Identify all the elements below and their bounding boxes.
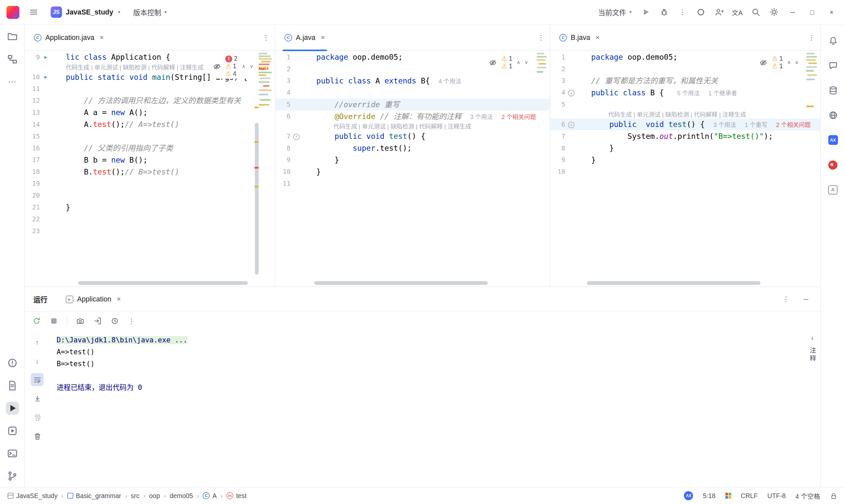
globe-plugin-icon[interactable] — [827, 109, 839, 122]
code-line[interactable]: 21} — [25, 201, 275, 213]
vertical-scrollbar[interactable] — [255, 123, 259, 274]
breadcrumb-item[interactable]: src — [131, 492, 139, 499]
intellij-idea-logo[interactable] — [6, 6, 19, 18]
horizontal-scrollbar[interactable] — [587, 281, 760, 285]
maximize-button[interactable]: □ — [804, 4, 820, 20]
console-line[interactable] — [56, 370, 798, 382]
ai-plugin-badge-icon[interactable]: AX — [827, 133, 839, 146]
minimap[interactable] — [805, 52, 818, 108]
hide-inspections-icon[interactable] — [759, 58, 768, 66]
editor-tab-b[interactable]: C B.java × — [556, 24, 603, 50]
warning-stripe-mark[interactable] — [254, 141, 259, 143]
code-line[interactable]: 4 — [275, 87, 550, 98]
line-col-indicator[interactable]: 5:18 — [703, 492, 715, 499]
inspections-widget[interactable]: ⚠1⚠1 ∧ ∨ — [756, 54, 802, 71]
line-number[interactable]: 12 — [25, 95, 40, 107]
soft-wrap-icon[interactable] — [31, 373, 43, 386]
services-tool-icon[interactable] — [6, 425, 18, 437]
translate-panel-icon[interactable]: A — [827, 183, 839, 196]
breadcrumb-item[interactable]: oop — [149, 492, 160, 499]
line-number[interactable]: 22 — [25, 213, 40, 225]
database-icon[interactable] — [827, 84, 839, 97]
debug-button[interactable] — [656, 5, 672, 20]
next-problem-icon[interactable]: ∨ — [525, 60, 528, 65]
terminal-tool-icon[interactable] — [6, 447, 18, 460]
todo-tool-icon[interactable] — [6, 379, 18, 392]
line-number[interactable]: 3 — [275, 75, 291, 87]
line-number[interactable]: 16 — [25, 142, 40, 154]
run-config-selector[interactable]: 当前文件 ▾ — [598, 7, 631, 17]
console-line[interactable]: A=>test() — [56, 346, 798, 358]
import-dump-icon[interactable] — [93, 317, 102, 325]
code-line[interactable]: 23 — [25, 225, 275, 237]
close-tab-icon[interactable]: × — [117, 295, 121, 303]
line-number[interactable]: 4 — [275, 87, 291, 98]
override-gutter-icon[interactable]: ↑ — [291, 130, 302, 142]
code-line[interactable]: 5 //override 重写 — [275, 98, 550, 110]
line-number[interactable]: 13 — [25, 107, 40, 119]
color-squares-icon[interactable] — [725, 493, 731, 499]
run-panel-title[interactable]: 运行 — [33, 294, 47, 304]
code-line[interactable]: 11 — [275, 178, 550, 190]
clear-console-icon[interactable] — [31, 430, 43, 443]
more-actions-icon[interactable]: ⋮ — [675, 5, 690, 20]
line-number[interactable]: 4 — [550, 87, 565, 98]
code-editor[interactable]: 9▶lic class Application {代码生成 | 单元测试 | 缺… — [25, 51, 275, 286]
line-number[interactable]: 10 — [275, 166, 291, 178]
prev-occurrence-icon[interactable]: ↑ — [31, 336, 43, 348]
editor-options-icon[interactable]: ⋮ — [262, 33, 269, 41]
hide-inspections-icon[interactable] — [489, 58, 497, 66]
line-number[interactable]: 1 — [550, 51, 565, 63]
code-line[interactable]: 7↑ public void test() { — [275, 130, 550, 142]
scroll-to-end-icon[interactable] — [31, 392, 43, 405]
code-line[interactable]: 9 } — [275, 154, 550, 166]
line-number[interactable]: 11 — [25, 83, 40, 95]
line-number[interactable]: 2 — [550, 63, 565, 75]
line-number[interactable]: 8 — [550, 142, 565, 154]
code-line[interactable]: 14 A.test();// A=>test() — [25, 119, 275, 130]
code-line[interactable]: 8 } — [550, 142, 820, 154]
breadcrumb-item[interactable]: Basic_grammar — [67, 492, 121, 499]
search-icon[interactable] — [748, 5, 763, 20]
warning-badge[interactable]: ⚠1 — [772, 62, 783, 70]
indent-indicator[interactable]: 4 个空格 — [795, 491, 820, 500]
console-output[interactable]: D:\Java\jdk1.8\bin\java.exe ...A=>test()… — [50, 330, 820, 487]
run-gutter-icon[interactable]: ▶ — [40, 51, 52, 63]
code-line[interactable]: 20 — [25, 190, 275, 201]
warning-badge[interactable]: ⚠4 — [226, 70, 237, 77]
line-number[interactable]: 1 — [275, 51, 291, 63]
line-number[interactable]: 8 — [275, 142, 291, 154]
bird-plugin-icon[interactable] — [827, 158, 839, 171]
close-tab-icon[interactable]: × — [596, 33, 599, 41]
override-gutter-icon[interactable]: ↓ — [565, 87, 577, 98]
collapsed-right-panel[interactable]: ‹ 注释 — [808, 335, 817, 363]
breadcrumb-item[interactable]: demo05 — [170, 492, 193, 499]
code-line[interactable]: 10 — [550, 166, 820, 178]
line-number[interactable]: 10 — [550, 166, 565, 178]
warning-stripe-mark[interactable] — [254, 186, 259, 187]
run-button[interactable] — [638, 5, 653, 20]
next-problem-icon[interactable]: ∨ — [795, 60, 799, 65]
history-icon[interactable] — [110, 317, 119, 325]
problems-tool-icon[interactable] — [6, 357, 18, 370]
warning-badge[interactable]: ⚠1 — [226, 62, 237, 70]
run-tool-icon[interactable] — [6, 402, 18, 415]
override-gutter-icon[interactable]: ↓ — [565, 119, 577, 130]
breadcrumb-item[interactable]: JavaSE_study — [7, 492, 57, 499]
git-tool-icon[interactable] — [6, 470, 18, 483]
translate-icon[interactable]: 文A — [730, 5, 745, 20]
error-badge[interactable]: !2 — [226, 55, 237, 63]
line-number[interactable]: 5 — [550, 98, 565, 110]
code-line[interactable]: 7 System.out.println("B=>test()"); — [550, 130, 820, 142]
next-problem-icon[interactable]: ∨ — [250, 64, 253, 69]
minimize-button[interactable]: ─ — [785, 4, 801, 20]
close-tab-icon[interactable]: × — [321, 33, 325, 41]
close-tab-icon[interactable]: × — [100, 33, 104, 41]
ai-inlay-hints[interactable]: 代码生成 | 单元测试 | 缺陷检测 | 代码解释 | 注释生成 — [275, 122, 550, 130]
code-line[interactable]: 4↓public class B { 5 个用法1 个继承者 — [550, 87, 820, 98]
code-line[interactable]: 17 B b = new B(); — [25, 154, 275, 166]
line-number[interactable]: 7 — [275, 130, 291, 142]
run-gutter-icon[interactable]: ▶ — [40, 71, 52, 83]
ai-assistant-icon[interactable] — [693, 5, 708, 20]
warning-badge[interactable]: ⚠1 — [772, 55, 783, 63]
